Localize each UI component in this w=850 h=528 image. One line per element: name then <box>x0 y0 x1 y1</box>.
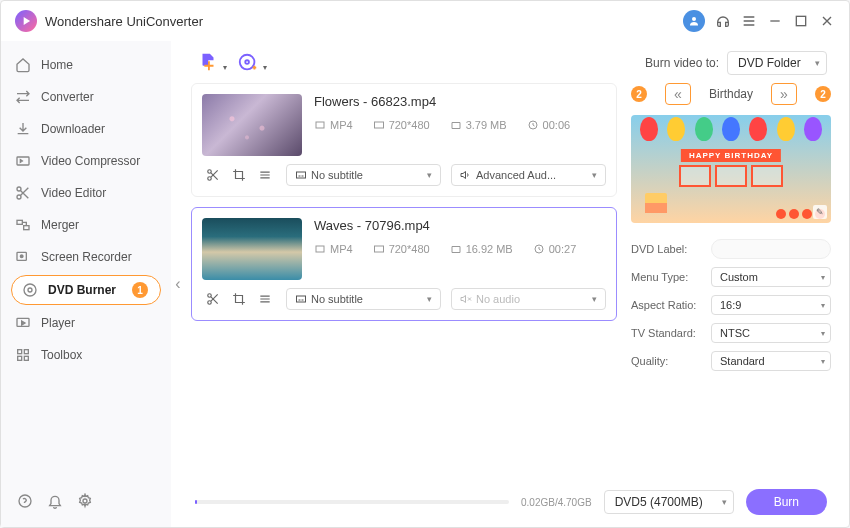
svg-rect-5 <box>17 220 22 224</box>
svg-point-29 <box>208 294 212 298</box>
svg-point-3 <box>17 187 21 191</box>
svg-rect-20 <box>316 122 324 128</box>
prev-template-button[interactable]: « <box>665 83 691 105</box>
dvd-label-input[interactable] <box>711 239 831 259</box>
setting-label: Menu Type: <box>631 271 703 283</box>
sidebar-item-toolbox[interactable]: Toolbox <box>1 339 171 371</box>
template-banner: HAPPY BIRTHDAY <box>681 149 781 162</box>
audio-dropdown[interactable]: No audio <box>451 288 606 310</box>
effects-icon[interactable] <box>258 292 272 306</box>
body-row: Flowers - 66823.mp4 MP4 720*480 3.79 MB … <box>191 83 831 481</box>
trim-icon[interactable] <box>206 292 220 306</box>
sidebar-item-home[interactable]: Home <box>1 49 171 81</box>
svg-rect-15 <box>24 356 28 360</box>
burn-button[interactable]: Burn <box>746 489 827 515</box>
load-disc-button[interactable]: ▾ <box>235 52 261 74</box>
quality-dropdown[interactable]: Standard <box>711 351 831 371</box>
dvd-settings: DVD Label: Menu Type: Custom Aspect Rati… <box>631 239 831 371</box>
video-thumbnail[interactable] <box>202 218 302 280</box>
video-title: Waves - 70796.mp4 <box>314 218 606 233</box>
sidebar-item-label: Player <box>41 316 75 330</box>
effects-icon[interactable] <box>258 168 272 182</box>
help-icon[interactable] <box>17 493 33 509</box>
add-file-button[interactable]: ▾ <box>195 52 221 74</box>
disc-usage-bar <box>195 500 509 504</box>
sidebar-item-merger[interactable]: Merger <box>1 209 171 241</box>
svg-point-10 <box>28 288 32 292</box>
tv-standard-dropdown[interactable]: NTSC <box>711 323 831 343</box>
burn-to-label: Burn video to: <box>645 56 719 70</box>
video-thumbnail[interactable] <box>202 94 302 156</box>
sidebar-item-label: Downloader <box>41 122 105 136</box>
close-icon[interactable] <box>819 13 835 29</box>
duration-icon <box>533 243 545 255</box>
compressor-icon <box>15 153 31 169</box>
subtitle-icon <box>295 293 307 305</box>
menu-type-dropdown[interactable]: Custom <box>711 267 831 287</box>
sidebar-item-downloader[interactable]: Downloader <box>1 113 171 145</box>
svg-rect-25 <box>297 172 306 178</box>
video-card[interactable]: Waves - 70796.mp4 MP4 720*480 16.92 MB 0… <box>191 207 617 321</box>
template-preview[interactable]: HAPPY BIRTHDAY ✎ <box>631 115 831 223</box>
scissors-icon <box>15 185 31 201</box>
audio-dropdown[interactable]: Advanced Aud... <box>451 164 606 186</box>
edit-template-icon[interactable]: ✎ <box>813 205 827 219</box>
sidebar-item-recorder[interactable]: Screen Recorder <box>1 241 171 273</box>
sidebar-item-label: Merger <box>41 218 79 232</box>
download-icon <box>15 121 31 137</box>
disc-type-dropdown[interactable]: DVD5 (4700MB) <box>604 490 734 514</box>
svg-point-30 <box>208 301 212 305</box>
sidebar-item-label: Home <box>41 58 73 72</box>
video-meta: MP4 720*480 16.92 MB 00:27 <box>314 243 606 255</box>
svg-rect-1 <box>796 16 805 25</box>
toolbar: ▾ ▾ Burn video to: DVD Folder <box>191 51 831 83</box>
sidebar-item-player[interactable]: Player <box>1 307 171 339</box>
menu-icon[interactable] <box>741 13 757 29</box>
converter-icon <box>15 89 31 105</box>
setting-label: TV Standard: <box>631 327 703 339</box>
sidebar-item-label: Toolbox <box>41 348 82 362</box>
video-card[interactable]: Flowers - 66823.mp4 MP4 720*480 3.79 MB … <box>191 83 617 197</box>
video-title: Flowers - 66823.mp4 <box>314 94 606 109</box>
gear-icon[interactable] <box>77 493 93 509</box>
sidebar-item-editor[interactable]: Video Editor <box>1 177 171 209</box>
subtitle-dropdown[interactable]: No subtitle <box>286 164 441 186</box>
minimize-icon[interactable] <box>767 13 783 29</box>
resolution-icon <box>373 243 385 255</box>
titlebar: Wondershare UniConverter <box>1 1 849 41</box>
headset-icon[interactable] <box>715 13 731 29</box>
sidebar-item-label: Video Editor <box>41 186 106 200</box>
sidebar-item-converter[interactable]: Converter <box>1 81 171 113</box>
size-icon <box>450 243 462 255</box>
format-icon <box>314 119 326 131</box>
svg-point-18 <box>240 55 255 70</box>
crop-icon[interactable] <box>232 292 246 306</box>
svg-point-9 <box>24 284 36 296</box>
sidebar-item-dvd-burner[interactable]: DVD Burner 1 <box>11 275 161 305</box>
duration-icon <box>527 119 539 131</box>
step-badge: 2 <box>631 86 647 102</box>
burn-target-dropdown[interactable]: DVD Folder <box>727 51 827 75</box>
user-avatar-icon[interactable] <box>683 10 705 32</box>
home-icon <box>15 57 31 73</box>
template-nav: 2 « Birthday » 2 <box>631 83 831 105</box>
sidebar-item-label: Converter <box>41 90 94 104</box>
maximize-icon[interactable] <box>793 13 809 29</box>
svg-point-0 <box>692 17 696 21</box>
app-title: Wondershare UniConverter <box>45 14 203 29</box>
resolution-icon <box>373 119 385 131</box>
sidebar-item-compressor[interactable]: Video Compressor <box>1 145 171 177</box>
subtitle-dropdown[interactable]: No subtitle <box>286 288 441 310</box>
trim-icon[interactable] <box>206 168 220 182</box>
aspect-ratio-dropdown[interactable]: 16:9 <box>711 295 831 315</box>
crop-icon[interactable] <box>232 168 246 182</box>
load-disc-icon <box>237 52 259 74</box>
bell-icon[interactable] <box>47 493 63 509</box>
svg-rect-6 <box>24 226 29 230</box>
svg-rect-27 <box>374 246 383 252</box>
next-template-button[interactable]: » <box>771 83 797 105</box>
disc-icon <box>22 282 38 298</box>
setting-label: Quality: <box>631 355 703 367</box>
audio-icon <box>460 169 472 181</box>
sidebar-collapse-handle[interactable]: ‹ <box>171 41 185 527</box>
